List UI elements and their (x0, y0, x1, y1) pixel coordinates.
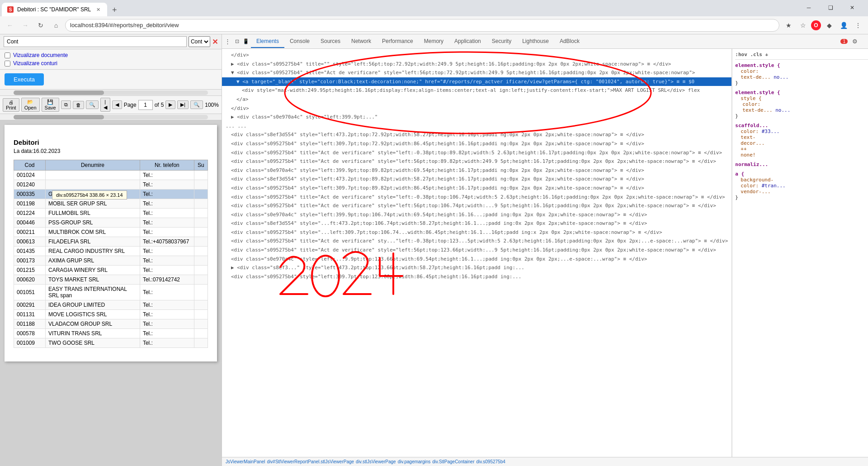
cell-cod: 000620 (14, 275, 46, 285)
devtools-device-icon[interactable]: 📱 (241, 38, 251, 44)
open-button[interactable]: 📂 Open (21, 98, 40, 112)
tab-security[interactable]: Security (486, 35, 517, 48)
dom-line[interactable]: </div> (222, 104, 731, 113)
path-pagecontainer[interactable]: div.StlPageContainer (432, 459, 474, 464)
tab-sources[interactable]: Sources (315, 35, 346, 48)
dom-line[interactable]: <div class="s095275b4" style="left:309.7… (222, 272, 731, 281)
dom-line[interactable]: ▼ <a target="_blank" style="color:Black;… (222, 77, 731, 86)
dom-line[interactable]: <div class="s095275b4" title="Act de ver… (222, 201, 731, 210)
page-input[interactable] (138, 100, 153, 110)
report-title: Debitori (14, 138, 208, 146)
style-rule-normaliz: normaliz... (735, 162, 868, 167)
tab-performance[interactable]: Performance (377, 35, 419, 48)
save-button[interactable]: 💾 Save (42, 98, 59, 112)
filter-input[interactable] (4, 36, 187, 47)
dom-line[interactable]: <div class="s095275b4" title="Act de ver… (222, 246, 731, 255)
dom-line[interactable]: ▶ <div class="s0e970a4c" style="left:399… (222, 113, 731, 122)
h-scrollbar-bottom[interactable] (0, 114, 222, 120)
tab-elements[interactable]: Elements (251, 35, 284, 48)
page-total: 5 (161, 102, 164, 108)
new-tab-button[interactable]: + (108, 4, 121, 16)
dom-line[interactable]: <div class="s095275b4" title="Act de ver… (222, 237, 731, 246)
checkbox-conturi[interactable]: Vizualizare conturi (5, 60, 217, 67)
cell-cod: 000446 (14, 218, 46, 228)
cell-cod: 001198 (14, 199, 46, 209)
dom-line[interactable]: </a> (222, 95, 731, 104)
dom-line[interactable]: <div style="max-width:249.95pt;height:16… (222, 86, 731, 95)
devtools-dock-icon[interactable]: ⋮ (222, 38, 233, 45)
cell-tel: Tel.: (140, 247, 194, 256)
print-button[interactable]: 🖨 Print (3, 98, 19, 112)
elements-pane[interactable]: </div>▶ <div class="s095275b4" title="" … (222, 49, 732, 457)
active-tab[interactable]: S Debitori : SC "DAMIDOR" SRL ✕ (2, 3, 107, 16)
dom-line[interactable]: <div class="s095275b4" title="Act de ver… (222, 148, 731, 157)
dom-line[interactable]: <div class="s095275b4" style="left:309.7… (222, 139, 731, 148)
cell-den: MOVE LOGISTICS SRL (46, 310, 140, 319)
filter-dropdown[interactable]: Cont (189, 36, 210, 47)
dom-line[interactable]: <div class="s8ef3d554" style="left:473.2… (222, 130, 731, 139)
path-s095275b4[interactable]: div.s095275b4 (476, 459, 505, 464)
bookmark-icon[interactable]: ☆ (797, 19, 809, 32)
dom-line[interactable]: <div class="s095275b4" title="Act de ver… (222, 193, 731, 202)
tab-close-button[interactable]: ✕ (94, 6, 102, 13)
prev-page-button[interactable]: ◀ (112, 100, 122, 109)
tab-adblock[interactable]: AdBlock (554, 35, 585, 48)
dom-line[interactable]: <div class="s095275b4" style="left:309.7… (222, 184, 731, 193)
dom-line[interactable]: <div class="s095275b4" style="...left:30… (222, 228, 731, 237)
reload-button[interactable]: ↻ (34, 19, 47, 32)
checkbox-documente-input[interactable] (5, 52, 10, 58)
checkbox-conturi-input[interactable] (5, 61, 10, 67)
dom-line[interactable]: </div> (222, 51, 731, 60)
cell-den: VITURIN TRANS SRL (46, 329, 140, 338)
profile-button[interactable]: 👤 (837, 19, 850, 32)
dom-line[interactable]: <div class="s0e970a4c" style="left:399.9… (222, 210, 731, 219)
forward-button[interactable]: → (19, 19, 32, 32)
menu-button[interactable]: ⋮ (852, 19, 864, 32)
address-bar[interactable]: localhost:8394/#/reports/rep_debitori/vi… (65, 19, 779, 32)
cell-su (194, 275, 208, 285)
execute-button[interactable]: Executa (5, 73, 44, 86)
path-stlviewer[interactable]: div#StlViewerReportPanel.stlJsViewerPage (267, 459, 354, 464)
minimize-button[interactable]: ─ (798, 1, 819, 14)
zoom-button[interactable]: 🔍 (190, 100, 203, 109)
dom-line[interactable]: ▶ <div class="s8ef3..." style="left:473.… (222, 263, 731, 272)
tab-lighthouse[interactable]: Lighthouse (517, 35, 554, 48)
dom-line[interactable]: ▼ <div class="s095275b4" title="Act de v… (222, 68, 731, 77)
extensions-button[interactable]: ◆ (823, 19, 835, 32)
home-button[interactable]: ⌂ (50, 19, 62, 32)
filter-clear-button[interactable]: ✕ (212, 38, 218, 46)
h-scrollbar-top[interactable] (0, 90, 222, 96)
path-pagemargins[interactable]: div.pagemargins (398, 459, 431, 464)
delete-button[interactable]: 🗑 (73, 101, 84, 109)
devtools-settings-button[interactable]: ⚙ (849, 35, 861, 48)
checkbox-documente[interactable]: Vizualizare documente (5, 52, 217, 58)
dom-line[interactable]: ... ... (222, 122, 731, 131)
last-page-button[interactable]: ▶| (177, 100, 189, 109)
path-jsviewer[interactable]: JsViewerMainPanel (226, 459, 265, 464)
dom-line[interactable]: <div class="s8ef3d554" style="left:473.2… (222, 175, 731, 184)
back-button[interactable]: ← (4, 19, 16, 32)
tab-network[interactable]: Network (346, 35, 377, 48)
next-page-button[interactable]: ▶ (165, 100, 175, 109)
search-button[interactable]: 🔍 (86, 100, 99, 109)
tab-application[interactable]: Application (449, 35, 486, 48)
close-button[interactable]: ✕ (842, 1, 863, 14)
devtools-more-button[interactable]: ⋮ (862, 35, 868, 48)
opera-icon[interactable]: O (811, 20, 821, 30)
dom-line[interactable]: <div class="s8ef3d554" style="...ft:473.… (222, 219, 731, 228)
cell-cod: 001435 (14, 247, 46, 256)
dom-line[interactable]: ▶ <div class="s095275b4" title="" style=… (222, 60, 731, 69)
bookmark-button[interactable]: ★ (782, 19, 795, 32)
tab-console[interactable]: Console (284, 35, 315, 48)
path-div[interactable]: div.stlJsViewerPage (356, 459, 396, 464)
devtools-inspect-icon[interactable]: ⊡ (233, 38, 241, 44)
dom-line[interactable]: <div class="s0e970a4c" style="left:...9.… (222, 255, 731, 264)
tab-memory[interactable]: Memory (419, 35, 449, 48)
copy-button[interactable]: ⧉ (61, 100, 71, 109)
dom-line[interactable]: <div class="s095275b4" title="Act de ver… (222, 157, 731, 166)
tab-bar: S Debitori : SC "DAMIDOR" SRL ✕ + ─ ❑ ✕ (0, 0, 868, 16)
first-page-button[interactable]: |◀ (100, 98, 110, 112)
cell-su (194, 180, 208, 190)
maximize-button[interactable]: ❑ (820, 1, 841, 14)
dom-line[interactable]: <div class="s0e970a4c" style="left:399.9… (222, 166, 731, 175)
